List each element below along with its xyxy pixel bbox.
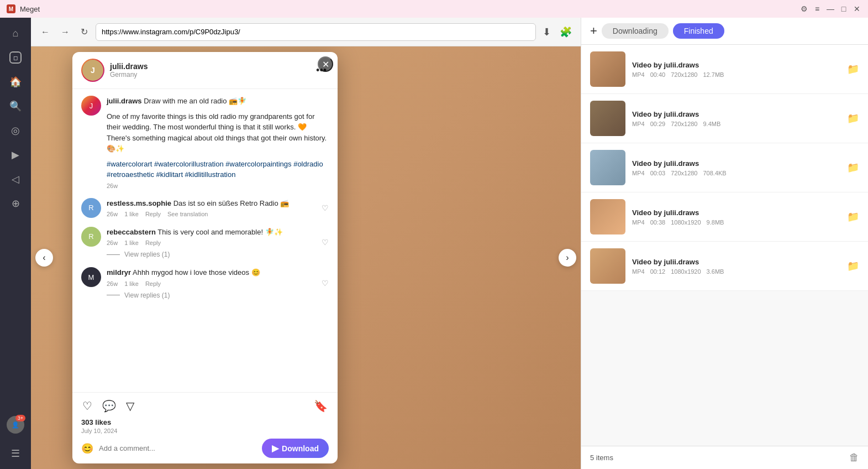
download-item-4: Video by julii.draws MP4 00:38 1080x1920… bbox=[581, 192, 868, 242]
download-format-2: MP4 bbox=[632, 121, 645, 127]
sidebar-item-add[interactable]: ⊕ bbox=[4, 192, 27, 215]
settings-button[interactable]: ⚙ bbox=[799, 4, 808, 13]
sidebar-item-search[interactable]: 🔍 bbox=[4, 95, 27, 117]
open-folder-2[interactable]: 📁 bbox=[847, 112, 859, 124]
download-duration-5: 00:12 bbox=[650, 268, 666, 275]
likes-count: 303 likes bbox=[81, 418, 329, 426]
sidebar-item-home2[interactable]: 🏠 bbox=[4, 71, 27, 93]
download-thumb-4 bbox=[590, 199, 625, 234]
extension-button[interactable]: 🧩 bbox=[557, 24, 574, 40]
comment-1-heart[interactable]: ♡ bbox=[322, 198, 329, 218]
download-title-2: Video by julii.draws bbox=[632, 110, 840, 118]
compass-icon: ◎ bbox=[11, 124, 20, 137]
close-button[interactable]: ✕ bbox=[853, 4, 861, 13]
like-button[interactable]: ♡ bbox=[81, 398, 93, 414]
refresh-button[interactable]: ↻ bbox=[77, 24, 91, 39]
post-hashtags: #watercolorart #watercolorillustration #… bbox=[107, 159, 329, 180]
window-controls: ⚙ ≡ — □ ✕ bbox=[799, 4, 861, 13]
browser-bar: ← → ↻ ⬇ 🧩 bbox=[31, 18, 581, 46]
send-icon: ◁ bbox=[12, 173, 19, 185]
download-duration-2: 00:29 bbox=[650, 121, 666, 127]
popup-close-button[interactable]: ✕ bbox=[318, 56, 333, 72]
download-meta-3: MP4 00:03 720x1280 708.4KB bbox=[632, 170, 840, 176]
minimize-button[interactable]: — bbox=[826, 4, 835, 13]
open-folder-5[interactable]: 📁 bbox=[847, 260, 859, 272]
comment-1: R restless.ms.sophie Das ist so ein süße… bbox=[81, 198, 329, 218]
instagram-icon: ◻ bbox=[9, 51, 22, 64]
comment-input[interactable] bbox=[99, 444, 256, 452]
open-folder-4[interactable]: 📁 bbox=[847, 211, 859, 223]
comment-3: M mildryr Ahhh mygod how i love those vi… bbox=[81, 267, 329, 299]
app-title: Meget bbox=[20, 5, 795, 13]
download-meta-5: MP4 00:12 1080x1920 3.6MB bbox=[632, 268, 840, 275]
comment-1-username: restless.ms.sophie bbox=[107, 199, 171, 207]
comment-3-reply-btn[interactable]: Reply bbox=[145, 280, 161, 287]
comment-2-body: rebeccabstern This is very cool and memo… bbox=[107, 227, 316, 259]
sidebar-item-avatar[interactable]: 👤 3+ bbox=[4, 414, 27, 436]
comment-3-heart[interactable]: ♡ bbox=[322, 267, 329, 299]
comment-1-translate-btn[interactable]: See translation bbox=[167, 211, 208, 217]
post-comments-scroll[interactable]: J julii.draws Draw with me an old radio … bbox=[72, 89, 338, 392]
tab-downloading[interactable]: Downloading bbox=[602, 23, 669, 39]
comment-1-meta: 26w 1 like Reply See translation bbox=[107, 211, 316, 217]
comment-input-row: 😊 ▶ Download bbox=[81, 439, 329, 458]
comment-3-text: mildryr Ahhh mygod how i love those vide… bbox=[107, 267, 316, 278]
instagram-popup: ✕ J julii.draws Germany ••• J bbox=[72, 52, 338, 463]
caption-content: Draw with me an old radio 📻🧚 bbox=[144, 97, 246, 105]
download-duration-3: 00:03 bbox=[650, 170, 666, 176]
comment-2-reply-btn[interactable]: Reply bbox=[145, 239, 161, 246]
address-bar[interactable] bbox=[96, 23, 536, 41]
comment-2-time: 26w bbox=[107, 239, 118, 246]
download-item-5: Video by julii.draws MP4 00:12 1080x1920… bbox=[581, 242, 868, 291]
open-folder-3[interactable]: 📁 bbox=[847, 161, 859, 174]
maximize-button[interactable]: □ bbox=[839, 4, 848, 13]
download-size-4: 9.8MB bbox=[707, 219, 724, 226]
forward-button[interactable]: → bbox=[57, 25, 73, 39]
download-size-1: 12.7MB bbox=[703, 71, 724, 78]
comment-3-username: mildryr bbox=[107, 268, 131, 277]
download-info-2: Video by julii.draws MP4 00:29 720x1280 … bbox=[632, 110, 840, 127]
download-info-1: Video by julii.draws MP4 00:40 720x1280 … bbox=[632, 61, 840, 78]
download-item-2: Video by julii.draws MP4 00:29 720x1280 … bbox=[581, 94, 868, 143]
comment-1-reply-btn[interactable]: Reply bbox=[145, 211, 161, 217]
emoji-button[interactable]: 😊 bbox=[81, 442, 93, 455]
open-folder-1[interactable]: 📁 bbox=[847, 63, 859, 75]
caption-text: julii.draws Draw with me an old radio 📻🧚 bbox=[107, 96, 329, 107]
sidebar-item-explore[interactable]: ◎ bbox=[4, 119, 27, 142]
download-label: Download bbox=[282, 444, 319, 453]
download-size-5: 3.6MB bbox=[707, 268, 724, 275]
comment-1-time: 26w bbox=[107, 211, 118, 217]
browser-download-button[interactable]: ⬇ bbox=[540, 24, 553, 40]
comment-2-heart[interactable]: ♡ bbox=[322, 227, 329, 259]
caption-meta: 26w bbox=[107, 183, 329, 189]
comment-button[interactable]: 💬 bbox=[101, 398, 117, 414]
sidebar-item-menu[interactable]: ☰ bbox=[4, 442, 27, 465]
download-info-5: Video by julii.draws MP4 00:12 1080x1920… bbox=[632, 258, 840, 275]
tab-finished[interactable]: Finished bbox=[673, 23, 724, 39]
comment-3-view-replies[interactable]: View replies (1) bbox=[107, 291, 316, 299]
right-panel-header: + Downloading Finished bbox=[581, 18, 868, 45]
download-resolution-2: 720x1280 bbox=[671, 121, 697, 127]
next-arrow[interactable]: › bbox=[559, 249, 576, 267]
sidebar-item-home[interactable]: ⌂ bbox=[4, 22, 27, 44]
save-button[interactable]: 🔖 bbox=[313, 398, 329, 414]
sidebar-item-reels[interactable]: ▶ bbox=[4, 144, 27, 166]
post-author-info: julii.draws Germany bbox=[110, 62, 308, 79]
download-size-2: 9.4MB bbox=[703, 121, 720, 127]
add-download-button[interactable]: + bbox=[590, 24, 597, 38]
download-duration-1: 00:40 bbox=[650, 71, 666, 78]
share-button[interactable]: ▽ bbox=[125, 398, 135, 414]
download-button[interactable]: ▶ Download bbox=[262, 439, 329, 458]
trash-button[interactable]: 🗑 bbox=[849, 452, 859, 463]
prev-arrow[interactable]: ‹ bbox=[35, 249, 53, 267]
download-thumb-5 bbox=[590, 248, 625, 284]
caption-time: 26w bbox=[107, 183, 118, 189]
menu-button[interactable]: ≡ bbox=[813, 4, 822, 13]
comment-3-avatar: M bbox=[81, 267, 101, 287]
sidebar-item-send[interactable]: ◁ bbox=[4, 168, 27, 190]
comment-2-view-replies[interactable]: View replies (1) bbox=[107, 251, 316, 258]
download-size-3: 708.4KB bbox=[703, 170, 726, 176]
back-button[interactable]: ← bbox=[38, 25, 53, 39]
sidebar-item-instagram[interactable]: ◻ bbox=[4, 46, 27, 69]
download-title-3: Video by julii.draws bbox=[632, 159, 840, 168]
